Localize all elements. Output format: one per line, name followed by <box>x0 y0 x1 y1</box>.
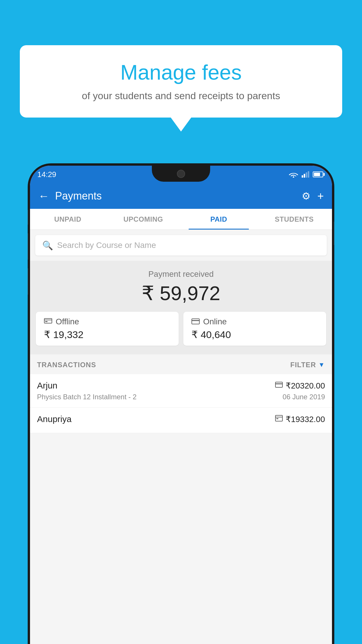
svg-rect-14 <box>276 418 278 419</box>
filter-button[interactable]: FILTER ▼ <box>290 361 325 369</box>
online-icon <box>191 317 200 326</box>
offline-icon <box>44 317 52 326</box>
volume-up-button <box>28 233 28 260</box>
volume-down-button <box>28 268 28 295</box>
svg-rect-2 <box>304 174 305 178</box>
online-payment-card: Online ₹ 40,640 <box>183 312 326 346</box>
payment-total-amount: ₹ 59,972 <box>36 282 326 305</box>
online-label: Online <box>203 317 227 326</box>
payment-received-section: Payment received ₹ 59,972 <box>30 261 332 354</box>
transaction-top-1: Arjun ₹20320.00 <box>37 381 325 391</box>
payment-received-label: Payment received <box>36 270 326 279</box>
camera <box>177 170 185 178</box>
power-button <box>334 222 334 245</box>
svg-rect-1 <box>302 175 303 178</box>
transaction-row-anupriya[interactable]: Anupriya ₹19332.00 <box>30 408 332 433</box>
svg-rect-8 <box>192 319 199 324</box>
offline-label: Offline <box>56 317 79 326</box>
payment-cards: Offline ₹ 19,332 <box>36 312 326 346</box>
card-payment-icon <box>275 382 283 389</box>
svg-rect-3 <box>306 172 307 178</box>
svg-rect-10 <box>275 382 282 387</box>
notch <box>152 166 210 182</box>
tab-unpaid[interactable]: UNPAID <box>30 209 106 230</box>
transactions-header: TRANSACTIONS FILTER ▼ <box>30 354 332 374</box>
transaction-amount-1: ₹20320.00 <box>286 381 325 391</box>
transaction-name-2: Anupriya <box>37 414 71 424</box>
wifi-icon <box>289 171 298 178</box>
transaction-bottom-1: Physics Batch 12 Installment - 2 06 June… <box>37 393 325 401</box>
svg-rect-7 <box>45 321 48 322</box>
tab-bar: UNPAID UPCOMING PAID STUDENTS <box>30 209 332 230</box>
phone-screen: 14:29 <box>30 166 332 644</box>
tab-paid[interactable]: PAID <box>181 209 256 230</box>
app-header: ← Payments ⚙ + <box>30 183 332 209</box>
speech-bubble: Manage fees of your students and send re… <box>20 45 342 118</box>
add-button[interactable]: + <box>317 190 324 202</box>
status-icons <box>289 171 323 178</box>
svg-rect-4 <box>308 171 309 178</box>
filter-label: FILTER <box>290 361 316 369</box>
svg-point-0 <box>293 176 294 178</box>
bubble-title: Manage fees <box>37 60 325 85</box>
header-actions: ⚙ + <box>302 190 324 202</box>
transaction-name-1: Arjun <box>37 381 57 391</box>
transaction-amount-row-2: ₹19332.00 <box>275 414 325 424</box>
back-button[interactable]: ← <box>38 190 49 202</box>
filter-icon: ▼ <box>318 361 325 369</box>
battery-icon <box>313 172 323 177</box>
transaction-amount-row-1: ₹20320.00 <box>275 381 325 391</box>
status-time: 14:29 <box>37 170 56 179</box>
search-bar[interactable]: 🔍 Search by Course or Name <box>35 235 327 256</box>
tab-students[interactable]: STUDENTS <box>256 209 332 230</box>
transactions-label: TRANSACTIONS <box>37 361 96 369</box>
transaction-amount-2: ₹19332.00 <box>286 414 325 424</box>
mute-button <box>28 210 28 225</box>
svg-rect-12 <box>275 415 282 421</box>
transaction-row-arjun[interactable]: Arjun ₹20320.00 Physics Batch 12 Install… <box>30 374 332 408</box>
online-amount: ₹ 40,640 <box>191 329 231 340</box>
svg-rect-5 <box>44 318 52 323</box>
phone-frame: 14:29 <box>28 163 334 644</box>
search-icon: 🔍 <box>42 240 53 251</box>
offline-payment-card: Offline ₹ 19,332 <box>36 312 179 346</box>
header-title: Payments <box>55 190 296 202</box>
search-placeholder: Search by Course or Name <box>57 241 156 250</box>
transaction-date-1: 06 June 2019 <box>283 393 325 401</box>
transaction-desc-1: Physics Batch 12 Installment - 2 <box>37 393 136 401</box>
signal-icon <box>302 171 309 178</box>
cash-payment-icon <box>275 415 283 423</box>
transaction-top-2: Anupriya ₹19332.00 <box>37 414 325 424</box>
offline-amount: ₹ 19,332 <box>44 329 83 340</box>
bubble-subtitle: of your students and send receipts to pa… <box>37 90 325 102</box>
screen-content: 🔍 Search by Course or Name Payment recei… <box>30 230 332 644</box>
tab-upcoming[interactable]: UPCOMING <box>106 209 181 230</box>
settings-button[interactable]: ⚙ <box>302 190 310 202</box>
